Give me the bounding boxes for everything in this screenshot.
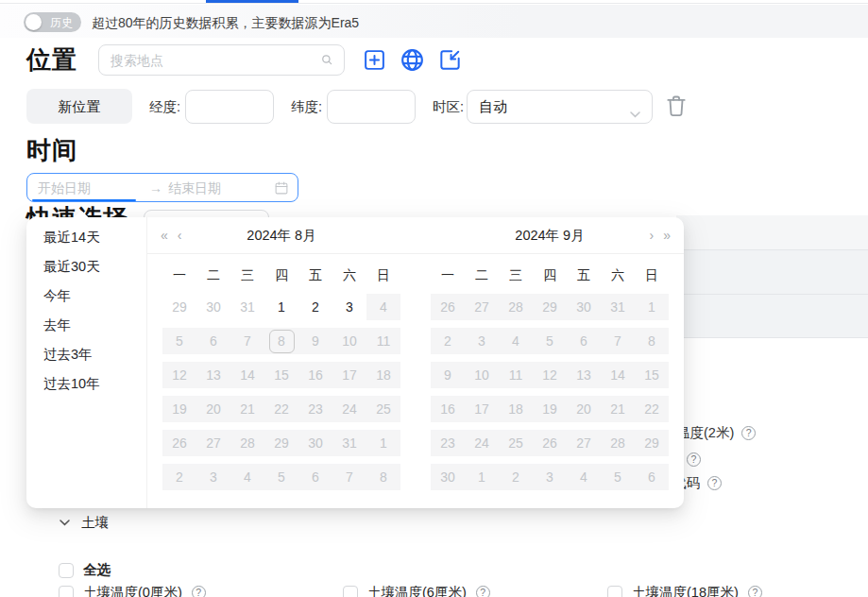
select-all-checkbox[interactable] [59,563,74,578]
select-all-row: 全选 [59,561,111,579]
calendar-preset[interactable]: 过去10年 [26,369,146,399]
calendar-day: 29 [533,294,567,320]
calendar-day: 2 [162,464,196,490]
help-icon[interactable]: ? [476,586,490,597]
calendar-day: 14 [601,362,635,388]
calendar-day: 20 [567,396,601,422]
calendar-day: 10 [465,362,499,388]
help-icon[interactable]: ? [707,476,722,490]
soil-checkbox-0[interactable] [59,586,74,597]
calendar-day: 15 [264,362,298,388]
calendar-day: 15 [635,362,669,388]
tab-new-location[interactable]: 新位置 [26,89,132,124]
variable-fragment-row1: 温度(2米) ? [676,424,756,442]
calendar-day: 27 [465,294,499,320]
background-section-row [676,295,868,338]
calendar-day: 25 [499,430,533,456]
range-arrow-icon: → [144,180,168,196]
calendar-day[interactable]: 29 [162,294,196,320]
soil-checkbox-2[interactable] [607,586,622,597]
toggle-label: 历史 [50,16,73,29]
start-date-input[interactable] [38,180,144,196]
weekday-label: 日 [366,260,400,290]
soil-label-1: 土壤温度(6厘米) [367,584,467,597]
date-range-picker[interactable]: → [26,173,298,202]
soil-section-header[interactable]: 土壤 [60,514,109,532]
calendar-day: 30 [431,464,465,490]
end-date-input[interactable] [168,180,274,196]
calendar-day: 22 [635,396,669,422]
next-month-button[interactable]: › [650,229,655,242]
import-location-button[interactable] [438,48,462,72]
weekday-label: 日 [635,260,669,290]
soil-checkbox-1[interactable] [343,586,358,597]
calendar-day[interactable]: 31 [230,294,264,320]
calendar-day: 26 [162,430,196,456]
history-description: 超过80年的历史数据积累，主要数据源为Era5 [92,15,359,32]
timezone-label: 时区: [433,90,464,124]
add-location-button[interactable] [363,48,386,72]
calendar-day: 21 [230,396,264,422]
calendar-day: 28 [499,294,533,320]
calendar-day: 1 [465,464,499,490]
help-icon[interactable]: ? [192,586,206,597]
calendar-day: 20 [196,396,230,422]
globe-button[interactable] [400,47,425,73]
calendar-preset[interactable]: 去年 [26,311,146,340]
calendar-day[interactable]: 2 [298,294,332,320]
latitude-input[interactable] [327,90,416,124]
calendar-preset[interactable]: 过去3年 [26,340,146,369]
calendar-day: 29 [635,430,669,456]
calendar-day: 25 [366,396,400,422]
prev-year-button[interactable]: « [161,229,168,242]
calendar-day: 26 [533,430,567,456]
calendar-day: 9 [298,328,332,354]
history-toggle[interactable]: 历史 [24,12,81,32]
delete-location-button[interactable] [664,94,689,118]
calendar-preset[interactable]: 最近14天 [26,223,146,252]
calendar-day: 1 [366,430,400,456]
calendar-day: 17 [332,362,366,388]
calendar-day: 5 [264,464,298,490]
month-title[interactable]: 2024年 9月 [459,227,640,245]
background-band [676,215,868,249]
calendar-day: 10 [332,328,366,354]
calendar-preset-list: 最近14天最近30天今年去年过去3年过去10年 [26,217,147,508]
calendar-day: 6 [567,328,601,354]
calendar-day: 13 [567,362,601,388]
soil-item-2: 土壤温度(18厘米) ? [607,584,762,597]
calendar-day: 3 [196,464,230,490]
calendar-day: 28 [601,430,635,456]
prev-month-button[interactable]: ‹ [178,229,182,242]
calendar-day: 1 [635,294,669,320]
calendar-day: 23 [298,396,332,422]
active-tab-indicator [206,0,298,3]
weekday-label: 四 [533,260,567,290]
help-icon[interactable]: ? [687,452,701,467]
calendar-day: 28 [230,430,264,456]
calendar-day[interactable]: 30 [196,294,230,320]
calendar-day: 27 [196,430,230,456]
timezone-value: 自动 [479,91,507,123]
calendar-icon [274,180,289,196]
location-title: 位置 [26,43,77,77]
calendar-day: 30 [298,430,332,456]
calendar-day[interactable]: 1 [264,294,298,320]
month-title[interactable]: 2024年 8月 [191,227,372,245]
search-input[interactable] [98,44,345,76]
calendar-header-september: 2024年 9月 › » [416,217,684,253]
longitude-input[interactable] [185,90,274,124]
next-year-button[interactable]: » [663,229,671,242]
calendar-day[interactable]: 3 [332,294,366,320]
historical-weather-page: 历史 超过80年的历史数据积累，主要数据源为Era5 位置 新位置 经度: 纬度 [0,0,868,597]
chevron-down-icon [60,520,70,526]
help-icon[interactable]: ? [748,586,762,597]
weekday-label: 四 [264,260,298,290]
timezone-select[interactable]: 自动 [467,90,653,124]
calendar-preset[interactable]: 今年 [26,281,146,311]
calendar-preset[interactable]: 最近30天 [26,252,146,281]
calendar-day: 12 [162,362,196,388]
calendar-day: 3 [465,328,499,354]
soil-label-2: 土壤温度(18厘米) [632,584,739,597]
help-icon[interactable]: ? [741,426,756,440]
